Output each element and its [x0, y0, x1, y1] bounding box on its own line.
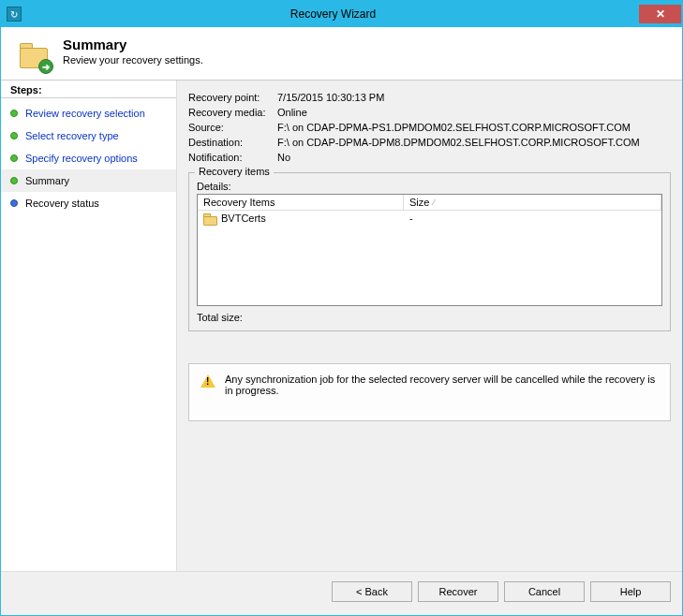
- table-header: Recovery Items Size∕: [198, 195, 661, 211]
- step-specify-recovery-options[interactable]: Specify recovery options: [1, 147, 176, 169]
- row-source: Source: F:\ on CDAP-DPMA-PS1.DPMDOM02.SE…: [188, 120, 671, 135]
- label: Notification:: [188, 152, 277, 163]
- step-select-recovery-type[interactable]: Select recovery type: [1, 125, 176, 147]
- value: No: [277, 152, 671, 163]
- label: Recovery point:: [188, 92, 277, 103]
- item-size: -: [409, 213, 656, 224]
- total-size-label: Total size:: [197, 312, 243, 323]
- steps-nav: Steps: Review recovery selection Select …: [1, 81, 177, 571]
- row-recovery-media: Recovery media: Online: [188, 105, 671, 120]
- help-button[interactable]: Help: [590, 581, 671, 602]
- row-recovery-point: Recovery point: 7/15/2015 10:30:13 PM: [188, 90, 671, 105]
- value: F:\ on CDAP-DPMA-DPM8.DPMDOM02.SELFHOST.…: [277, 137, 671, 148]
- content-pane: Recovery point: 7/15/2015 10:30:13 PM Re…: [177, 81, 682, 571]
- value: 7/15/2015 10:30:13 PM: [277, 92, 671, 103]
- details-label: Details:: [197, 181, 662, 192]
- step-link[interactable]: Select recovery type: [25, 127, 119, 144]
- step-link[interactable]: Specify recovery options: [25, 150, 138, 167]
- label: Recovery media:: [188, 107, 277, 118]
- col-recovery-items[interactable]: Recovery Items: [198, 195, 404, 210]
- total-size: Total size:: [197, 312, 662, 323]
- step-link[interactable]: Review recovery selection: [25, 105, 145, 122]
- titlebar: ↻ Recovery Wizard ✕: [1, 1, 682, 27]
- step-review-recovery-selection[interactable]: Review recovery selection: [1, 102, 176, 125]
- recovery-items-table: Recovery Items Size∕ BVTCerts -: [197, 194, 662, 306]
- cancel-button[interactable]: Cancel: [504, 581, 585, 602]
- recovery-items-group: Recovery items Details: Recovery Items S…: [188, 172, 671, 331]
- recover-button[interactable]: Recover: [418, 581, 498, 602]
- app-icon: ↻: [7, 7, 22, 22]
- col-size[interactable]: Size∕: [404, 195, 661, 210]
- button-bar: < Back Recover Cancel Help: [1, 571, 682, 615]
- step-recovery-status: Recovery status: [1, 192, 176, 214]
- step-pending-icon: [10, 199, 18, 207]
- group-legend: Recovery items: [195, 166, 274, 177]
- warning-text: Any synchronization job for the selected…: [225, 374, 659, 411]
- label: Destination:: [188, 137, 277, 148]
- summary-folder-icon: ➔: [18, 38, 52, 72]
- steps-title: Steps:: [1, 84, 176, 98]
- row-destination: Destination: F:\ on CDAP-DPMA-DPM8.DPMDO…: [188, 135, 671, 150]
- item-name: BVTCerts: [221, 213, 266, 224]
- label: Source:: [188, 122, 277, 133]
- step-complete-icon: [10, 110, 18, 117]
- page-subtitle: Review your recovery settings.: [63, 54, 203, 66]
- step-label: Summary: [25, 172, 69, 189]
- sort-ascending-icon: ∕: [433, 198, 435, 207]
- step-label: Recovery status: [25, 195, 99, 212]
- warning-icon: [200, 374, 215, 389]
- page-title: Summary: [63, 37, 203, 52]
- value: F:\ on CDAP-DPMA-PS1.DPMDOM02.SELFHOST.C…: [277, 122, 671, 133]
- recovery-wizard-window: ↻ Recovery Wizard ✕ ➔ Summary Review you…: [0, 0, 683, 616]
- step-summary: Summary: [1, 169, 176, 192]
- value: Online: [277, 107, 671, 118]
- folder-icon: [203, 213, 216, 224]
- table-row[interactable]: BVTCerts -: [198, 211, 661, 226]
- wizard-header: ➔ Summary Review your recovery settings.: [1, 27, 682, 80]
- warning-box: Any synchronization job for the selected…: [188, 363, 671, 421]
- back-button[interactable]: < Back: [332, 581, 412, 602]
- close-button[interactable]: ✕: [639, 5, 681, 23]
- window-title: Recovery Wizard: [27, 7, 639, 21]
- row-notification: Notification: No: [188, 150, 671, 165]
- step-complete-icon: [10, 154, 18, 162]
- step-current-icon: [10, 177, 18, 184]
- step-complete-icon: [10, 132, 18, 139]
